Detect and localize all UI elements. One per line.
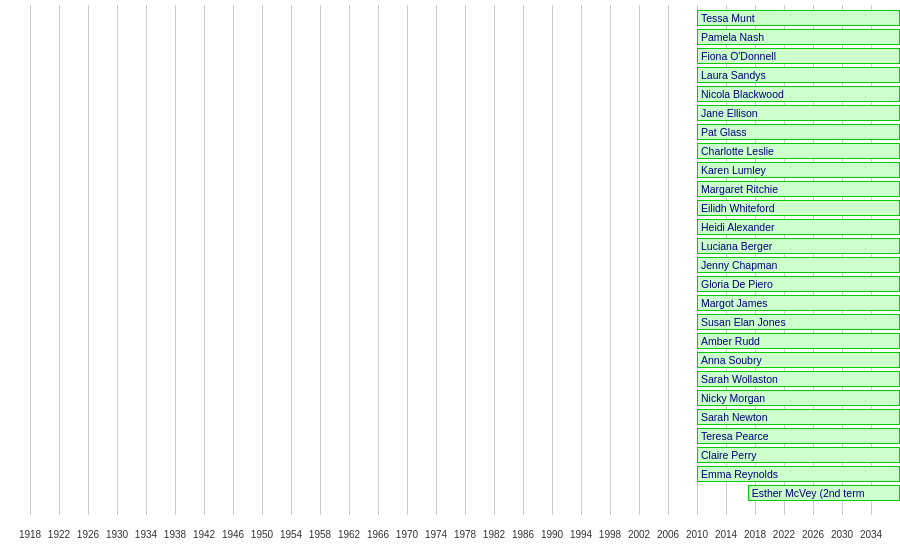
x-label-2002: 2002: [628, 529, 650, 540]
grid-line-1934: [146, 5, 147, 515]
x-label-1938: 1938: [164, 529, 186, 540]
x-label-2022: 2022: [773, 529, 795, 540]
x-label-1922: 1922: [48, 529, 70, 540]
x-label-1918: 1918: [19, 529, 41, 540]
grid-line-1978: [465, 5, 466, 515]
x-label-1958: 1958: [309, 529, 331, 540]
grid-line-1970: [407, 5, 408, 515]
x-label-1954: 1954: [280, 529, 302, 540]
person-label: Jenny Chapman: [697, 257, 900, 273]
person-label: Pat Glass: [697, 124, 900, 140]
grid-line-1990: [552, 5, 553, 515]
x-label-1946: 1946: [222, 529, 244, 540]
person-label: Pamela Nash: [697, 29, 900, 45]
x-label-1930: 1930: [106, 529, 128, 540]
grid-line-1962: [349, 5, 350, 515]
grid-line-1938: [175, 5, 176, 515]
x-label-1970: 1970: [396, 529, 418, 540]
grid-line-2002: [639, 5, 640, 515]
person-label: Amber Rudd: [697, 333, 900, 349]
chart-container: Tessa MuntPamela NashFiona O'DonnellLaur…: [0, 0, 900, 545]
grid-line-1950: [262, 5, 263, 515]
grid-line-2006: [668, 5, 669, 515]
grid-line-1974: [436, 5, 437, 515]
person-label: Sarah Wollaston: [697, 371, 900, 387]
x-label-1990: 1990: [541, 529, 563, 540]
x-label-1982: 1982: [483, 529, 505, 540]
x-label-2010: 2010: [686, 529, 708, 540]
x-label-1942: 1942: [193, 529, 215, 540]
chart-area: Tessa MuntPamela NashFiona O'DonnellLaur…: [30, 5, 900, 515]
person-label: Luciana Berger: [697, 238, 900, 254]
person-label: Nicky Morgan: [697, 390, 900, 406]
x-label-1998: 1998: [599, 529, 621, 540]
x-label-1994: 1994: [570, 529, 592, 540]
person-label: Teresa Pearce: [697, 428, 900, 444]
person-label: Gloria De Piero: [697, 276, 900, 292]
grid-line-1958: [320, 5, 321, 515]
person-label: Karen Lumley: [697, 162, 900, 178]
x-label-1926: 1926: [77, 529, 99, 540]
grid-line-1954: [291, 5, 292, 515]
person-label: Eilidh Whiteford: [697, 200, 900, 216]
x-label-1950: 1950: [251, 529, 273, 540]
x-label-2030: 2030: [831, 529, 853, 540]
x-label-2014: 2014: [715, 529, 737, 540]
grid-line-1942: [204, 5, 205, 515]
grid-line-1982: [494, 5, 495, 515]
grid-line-1922: [59, 5, 60, 515]
person-label: Margot James: [697, 295, 900, 311]
person-label: Tessa Munt: [697, 10, 900, 26]
x-label-2034: 2034: [860, 529, 882, 540]
x-label-1966: 1966: [367, 529, 389, 540]
grid-line-1986: [523, 5, 524, 515]
x-axis: 1918192219261930193419381942194619501954…: [30, 515, 900, 545]
person-label: Nicola Blackwood: [697, 86, 900, 102]
grid-line-1946: [233, 5, 234, 515]
person-label: Heidi Alexander: [697, 219, 900, 235]
person-label: Jane Ellison: [697, 105, 900, 121]
person-label: Emma Reynolds: [697, 466, 900, 482]
person-label: Anna Soubry: [697, 352, 900, 368]
x-label-1934: 1934: [135, 529, 157, 540]
x-label-1962: 1962: [338, 529, 360, 540]
x-label-2026: 2026: [802, 529, 824, 540]
grid-line-1918: [30, 5, 31, 515]
person-label: Susan Elan Jones: [697, 314, 900, 330]
x-label-1978: 1978: [454, 529, 476, 540]
person-label: Laura Sandys: [697, 67, 900, 83]
person-label: Margaret Ritchie: [697, 181, 900, 197]
x-label-1974: 1974: [425, 529, 447, 540]
grid-line-1930: [117, 5, 118, 515]
x-label-2006: 2006: [657, 529, 679, 540]
grid-line-1994: [581, 5, 582, 515]
grid-line-1966: [378, 5, 379, 515]
grid-line-1926: [88, 5, 89, 515]
x-label-2018: 2018: [744, 529, 766, 540]
person-label: Charlotte Leslie: [697, 143, 900, 159]
person-label: Claire Perry: [697, 447, 900, 463]
person-label: Fiona O'Donnell: [697, 48, 900, 64]
person-label: Esther McVey (2nd term: [748, 485, 900, 501]
person-label: Sarah Newton: [697, 409, 900, 425]
x-label-1986: 1986: [512, 529, 534, 540]
grid-line-1998: [610, 5, 611, 515]
